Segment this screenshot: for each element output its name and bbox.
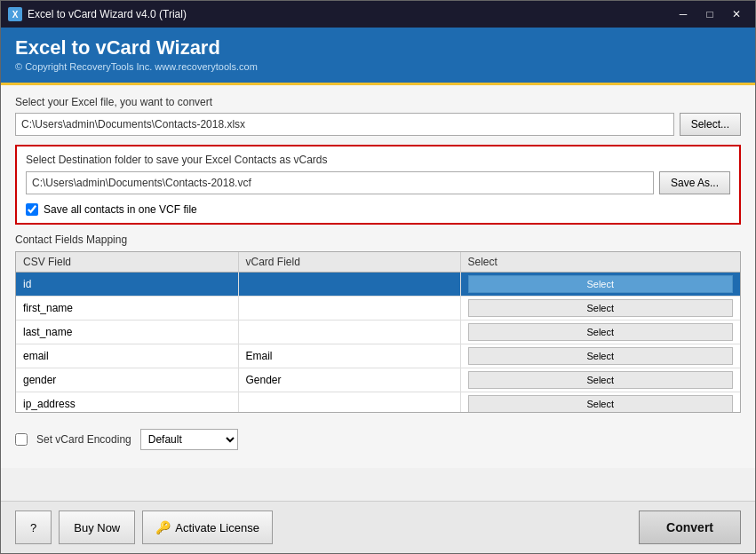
key-icon: 🔑 [155, 520, 171, 534]
excel-file-row: Select... [15, 113, 741, 136]
select-cell: Select [460, 297, 740, 321]
title-bar-left: X Excel to vCard Wizard v4.0 (Trial) [8, 7, 187, 21]
excel-file-input[interactable] [15, 113, 674, 136]
encoding-label: Set vCard Encoding [36, 433, 131, 446]
col-header-vcard: vCard Field [238, 252, 460, 273]
vcard-field-cell: Email [238, 344, 460, 368]
title-bar: X Excel to vCard Wizard v4.0 (Trial) ─ □… [1, 1, 755, 28]
csv-field-cell: email [16, 344, 238, 368]
csv-field-cell: last_name [16, 321, 238, 344]
destination-section: Select Destination folder to save your E… [15, 145, 741, 225]
table-row[interactable]: gender Gender Select [16, 368, 740, 392]
select-button[interactable]: Select [468, 275, 734, 293]
select-cell: Select [460, 392, 740, 414]
encoding-checkbox[interactable] [15, 433, 28, 446]
select-cell: Select [460, 368, 740, 392]
footer-left: ? Buy Now 🔑 Activate License [15, 510, 273, 544]
mapping-table-container[interactable]: CSV Field vCard Field Select id Select f… [15, 251, 741, 413]
select-cell: Select [460, 344, 740, 368]
help-button[interactable]: ? [15, 510, 52, 544]
activate-button[interactable]: 🔑 Activate License [142, 510, 273, 544]
save-one-vcf-row: Save all contacts in one VCF file [26, 203, 730, 216]
table-row[interactable]: first_name Select [16, 297, 740, 321]
table-row[interactable]: last_name Select [16, 321, 740, 344]
mapping-table: CSV Field vCard Field Select id Select f… [16, 252, 740, 413]
maximize-button[interactable]: □ [698, 4, 721, 24]
main-content: Select your Excel file, you want to conv… [1, 85, 755, 468]
csv-field-cell: first_name [16, 297, 238, 321]
col-header-csv: CSV Field [16, 252, 238, 273]
app-header: Excel to vCard Wizard © Copyright Recove… [1, 28, 755, 83]
copyright-text: © Copyright RecoveryTools Inc. www.recov… [15, 61, 741, 72]
footer: ? Buy Now 🔑 Activate License Convert [1, 501, 755, 553]
col-header-select: Select [460, 252, 740, 273]
buy-now-button[interactable]: Buy Now [59, 510, 135, 544]
destination-label: Select Destination folder to save your E… [26, 154, 730, 166]
vcard-field-cell [238, 321, 460, 344]
destination-file-input[interactable] [26, 171, 654, 194]
select-button[interactable]: Select [468, 347, 734, 365]
app-title: Excel to vCard Wizard [15, 36, 741, 59]
table-row[interactable]: email Email Select [16, 344, 740, 368]
minimize-button[interactable]: ─ [672, 4, 695, 24]
select-button[interactable]: Select [468, 323, 734, 341]
vcard-field-cell [238, 273, 460, 297]
csv-field-cell: gender [16, 368, 238, 392]
select-button[interactable]: Select [468, 371, 734, 389]
excel-browse-button[interactable]: Select... [680, 113, 741, 136]
table-row[interactable]: ip_address Select [16, 392, 740, 414]
encoding-section: Set vCard Encoding Default UTF-8 UTF-16 … [15, 422, 741, 457]
encoding-select[interactable]: Default UTF-8 UTF-16 ASCII [140, 429, 238, 450]
mapping-section: Contact Fields Mapping CSV Field vCard F… [15, 233, 741, 413]
vcard-field-cell [238, 392, 460, 414]
convert-button[interactable]: Convert [639, 510, 741, 544]
table-row[interactable]: id Select [16, 273, 740, 297]
csv-field-cell: ip_address [16, 392, 238, 414]
table-body: id Select first_name Select last_name Se… [16, 273, 740, 414]
table-header: CSV Field vCard Field Select [16, 252, 740, 273]
save-one-vcf-checkbox[interactable] [26, 203, 38, 216]
save-one-vcf-label: Save all contacts in one VCF file [44, 203, 197, 216]
mapping-title: Contact Fields Mapping [15, 233, 741, 246]
select-button[interactable]: Select [468, 299, 734, 317]
title-bar-controls: ─ □ ✕ [672, 4, 748, 24]
close-button[interactable]: ✕ [725, 4, 748, 24]
destination-file-row: Save As... [26, 171, 730, 194]
save-as-button[interactable]: Save As... [659, 171, 730, 194]
window-title: Excel to vCard Wizard v4.0 (Trial) [28, 8, 187, 20]
vcard-field-cell [238, 297, 460, 321]
select-button[interactable]: Select [468, 395, 734, 413]
vcard-field-cell: Gender [238, 368, 460, 392]
excel-section-label: Select your Excel file, you want to conv… [15, 96, 741, 108]
app-icon: X [8, 7, 22, 21]
csv-field-cell: id [16, 273, 238, 297]
select-cell: Select [460, 273, 740, 297]
app-window: X Excel to vCard Wizard v4.0 (Trial) ─ □… [0, 0, 756, 554]
activate-label: Activate License [175, 521, 259, 534]
select-cell: Select [460, 321, 740, 344]
